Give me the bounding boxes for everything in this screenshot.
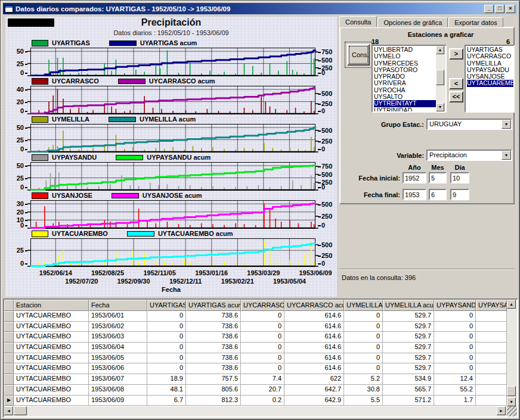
row-selector[interactable]	[4, 322, 14, 332]
title-bar[interactable]: Datos diarios comparados: UYARTIGAS - 19…	[3, 3, 517, 14]
variable-combobox[interactable]: Precipitacion ▼	[426, 150, 512, 161]
scrollbar-thumb[interactable]	[14, 406, 27, 415]
fecha-inicial-dia-field[interactable]	[450, 172, 469, 183]
scroll-up-icon[interactable]: ▲	[507, 300, 516, 309]
scrollbar-thumb[interactable]	[436, 70, 444, 85]
row-selector[interactable]	[4, 311, 14, 322]
column-header-uypaysandu[interactable]: UYPAYSANDU	[434, 300, 476, 311]
tab-exportar-datos[interactable]: Exportar datos	[448, 17, 503, 27]
available-station-item-uymelo[interactable]: UYMELO	[374, 53, 436, 60]
y-axis-tick-label: 20	[5, 98, 27, 105]
legend-swatch-daily	[32, 192, 48, 199]
resize-grip[interactable]	[507, 406, 517, 416]
column-header-uymelilla[interactable]: UYMELILLA	[344, 300, 383, 311]
legend-label-acum: UYMELILLA acum	[140, 116, 196, 123]
column-header-uypaysandu-acum[interactable]: UYPAYSANDU acum	[476, 300, 507, 311]
cell: 6.7	[147, 396, 186, 406]
dia-column-header: Día	[450, 164, 469, 171]
table-row[interactable]: UYTACUAREMBO1953/06/050738.60614.60529.7…	[4, 353, 507, 364]
plot-uypaysandu: 025500250500750	[5, 162, 337, 191]
tab-consulta[interactable]: Consulta	[339, 16, 377, 27]
cell: 738.6	[186, 311, 241, 322]
column-header-fecha[interactable]: Fecha	[89, 300, 147, 311]
fecha-final-dia-field[interactable]	[450, 189, 469, 200]
row-selector[interactable]	[4, 353, 14, 364]
table-row[interactable]: UYTACUAREMBO1953/06/0848.1805.620.7642.7…	[4, 385, 507, 396]
table-row[interactable]: UYTACUAREMBO1953/06/060738.60614.60529.7…	[4, 363, 507, 374]
available-stations-list[interactable]: UYLIBERTADUYMELOUYMERCEDESUYPASOTOROUYPR…	[372, 45, 447, 113]
cell: 1953/06/01	[89, 311, 147, 322]
cell	[476, 374, 507, 385]
cell: 614.6	[284, 311, 344, 322]
cell: 529.7	[383, 311, 434, 322]
row-selector[interactable]	[4, 374, 14, 385]
grupo-estac-combobox[interactable]: URUGUAY ▼	[426, 119, 512, 130]
stations-header: Estaciones a graficar	[369, 31, 512, 38]
column-header-estacion[interactable]: Estacion	[14, 300, 89, 311]
legend-label-daily: UYCARRASCO	[52, 77, 99, 85]
tab-opciones-de-grafica[interactable]: Opciones de gráfica	[377, 17, 448, 27]
fecha-final-ano-field[interactable]	[403, 189, 426, 200]
maximize-button[interactable]: □	[495, 5, 504, 13]
query-panel: Consulta Opciones de gráfica Exportar da…	[339, 16, 515, 296]
x-tick-label: 1952/11/05	[143, 269, 175, 276]
row-selector[interactable]	[4, 363, 14, 374]
grupo-estac-label: Grupo Estac.:	[341, 121, 424, 128]
legend-uysanjose: UYSANJOSEUYSANJOSE acum	[5, 191, 337, 200]
column-header-uyartigas[interactable]: UYARTIGAS	[147, 300, 186, 311]
move-left-button[interactable]: <	[449, 78, 463, 89]
move-right-button[interactable]: >	[449, 48, 463, 60]
scroll-down-icon[interactable]: ▼	[436, 103, 444, 111]
legend-uypaysandu: UYPAYSANDUUYPAYSANDU acum	[5, 153, 337, 162]
minimize-button[interactable]: _	[484, 5, 494, 13]
cell	[476, 311, 507, 322]
available-station-item-uytreintayt[interactable]: UYTREINTAYT	[374, 100, 436, 107]
scroll-right-icon[interactable]: ►	[497, 406, 506, 415]
legend-label-daily: UYTACUAREMBO	[52, 230, 108, 237]
row-selector[interactable]	[4, 332, 14, 343]
table-row[interactable]: UYTACUAREMBO1953/06/010738.60614.60529.7…	[4, 311, 507, 322]
cons-button[interactable]: Cons.	[347, 44, 370, 66]
row-selector[interactable]	[4, 343, 14, 353]
row-selector[interactable]	[4, 385, 14, 396]
plot-uyartigas: 025500250500750	[5, 48, 337, 76]
chevron-down-icon[interactable]: ▼	[502, 120, 511, 129]
table-row[interactable]: ▶UYTACUAREMBO1953/06/096.7812.30.2642.95…	[4, 396, 507, 406]
plot-uycarrasco: 020400250500	[5, 86, 337, 114]
column-header-uycarrasco[interactable]: UYCARRASCO	[241, 300, 284, 311]
available-list-scrollbar[interactable]: ▲ ▼	[436, 46, 445, 111]
selected-stations-list[interactable]: UYARTIGASUYCARRASCOUYMELILLAUYPAYSANDUUY…	[465, 45, 515, 113]
cell: 0	[147, 322, 186, 332]
move-all-left-button[interactable]: <<	[449, 91, 463, 102]
legend-swatch-daily	[32, 116, 48, 123]
column-header-uyartigas-acum[interactable]: UYARTIGAS acum	[186, 300, 241, 311]
fecha-inicial-mes-field[interactable]	[429, 172, 447, 183]
column-header-uycarrasco-acum[interactable]: UYCARRASCO acum	[284, 300, 344, 311]
row-selector-header[interactable]	[4, 300, 14, 311]
table-row[interactable]: UYTACUAREMBO1953/06/0718.9757.57.46225.2…	[4, 374, 507, 385]
selected-station-item-uycarrasco[interactable]: UYCARRASCO	[467, 53, 513, 60]
fecha-inicial-ano-field[interactable]	[403, 172, 426, 183]
table-row[interactable]: UYTACUAREMBO1953/06/020738.60614.60529.7…	[4, 322, 507, 332]
scroll-down-icon[interactable]: ▼	[507, 397, 516, 406]
scroll-up-icon[interactable]: ▲	[436, 46, 444, 54]
selected-station-item-uytacuarembo[interactable]: UYTACUAREMBO	[467, 80, 513, 86]
legend-swatch-acum	[112, 193, 139, 198]
active-row-marker[interactable]: ▶	[4, 396, 14, 406]
table-horizontal-scrollbar[interactable]: ◄ ►	[4, 406, 507, 416]
available-station-item-uytrinidad[interactable]: UYTRINIDAD	[374, 107, 436, 113]
plot-uymelilla: 025500250500	[5, 124, 337, 153]
scroll-left-icon[interactable]: ◄	[4, 406, 13, 415]
legend-uymelilla: UYMELILLAUYMELILLA acum	[5, 114, 337, 124]
column-header-uymelilla-acum[interactable]: UYMELILLA acum	[383, 300, 434, 311]
close-button[interactable]: ×	[506, 5, 515, 13]
cell: 622	[284, 374, 344, 385]
fecha-final-mes-field[interactable]	[429, 189, 447, 200]
scrollbar-thumb[interactable]	[507, 386, 516, 396]
table-vertical-scrollbar[interactable]: ▲ ▼	[507, 300, 517, 406]
table-row[interactable]: UYTACUAREMBO1953/06/030738.60614.60529.7…	[4, 332, 507, 343]
cell: 529.7	[383, 353, 434, 364]
cell: 1953/06/06	[89, 363, 147, 374]
table-row[interactable]: UYTACUAREMBO1953/06/040738.60614.60529.7…	[4, 343, 507, 353]
chevron-down-icon[interactable]: ▼	[502, 151, 511, 160]
